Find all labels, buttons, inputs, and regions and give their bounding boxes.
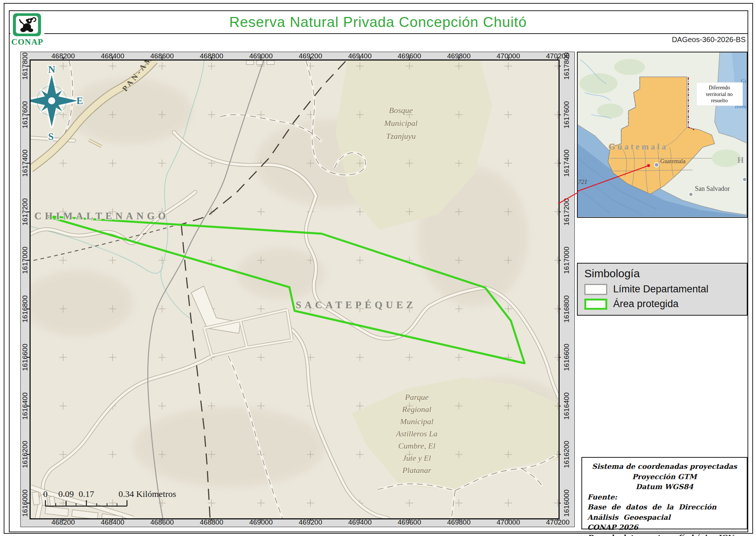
honduras-label-fragment: H o — [737, 155, 746, 165]
scale-034: 0.34 Kilómetros — [118, 489, 176, 499]
y-tick: 1616400 — [563, 392, 571, 420]
svg-text:Jute y El: Jute y El — [403, 453, 431, 463]
svg-text:territorial no: territorial no — [706, 91, 733, 97]
y-tick: 1617200 — [563, 198, 571, 226]
compass-n: N — [48, 64, 55, 75]
svg-text:Parque: Parque — [405, 392, 429, 402]
conap-logo-box — [13, 13, 41, 36]
y-tick: 1616200 — [563, 441, 571, 468]
page-title: Reserva Natural Privada Concepción Chuit… — [9, 14, 747, 30]
conap-logo: CONAP — [10, 12, 44, 46]
map-plot-area: CHIMALTENANGO SACATEPÉQUEZ PAN-AM Bosque… — [30, 59, 560, 519]
svg-text:Regional: Regional — [402, 405, 431, 414]
legend-item-limite: Límite Departamental — [584, 284, 747, 295]
main-map-frame: 468200 468400 468600 468800 469000 46920… — [20, 52, 575, 527]
y-tick: 1616800 — [563, 295, 571, 323]
city-label: Guatemala — [660, 158, 686, 164]
numeric-label: 721 — [578, 178, 587, 185]
credits-line: Base de datos cartografía básica IGN 201… — [587, 533, 742, 536]
credits-line: Proyección GTM — [587, 472, 742, 482]
map-document-page: Reserva Natural Privada Concepción Chuit… — [0, 0, 756, 536]
y-tick: 1617400 — [563, 150, 571, 177]
department-label: SACATEPÉQUEZ — [296, 299, 416, 310]
legend: Simbología Límite Departamental Área pro… — [577, 263, 748, 316]
svg-text:Bosque: Bosque — [389, 106, 413, 115]
monkey-icon — [16, 16, 38, 34]
svg-text:resuelto: resuelto — [711, 97, 728, 103]
svg-text:Cumbre, El: Cumbre, El — [398, 441, 436, 450]
credits-box: Sistema de coordenadas proyectadas Proye… — [581, 457, 748, 529]
credits-line: Sistema de coordenadas proyectadas — [587, 461, 742, 472]
locator-inset-map: Guatemala Guatemala San Salvador H o Gu … — [577, 52, 748, 218]
department-label: CHIMALTENANGO — [34, 210, 169, 221]
protected-area-swatch — [584, 299, 607, 310]
svg-text:Tzanjuyu: Tzanjuyu — [386, 131, 416, 141]
svg-text:Astilleros La: Astilleros La — [395, 429, 437, 438]
header-divider — [9, 33, 748, 34]
credits-line: Fuente: — [587, 492, 742, 502]
compass-s: S — [48, 131, 54, 142]
y-tick: 1616000 — [563, 489, 571, 517]
city2-label: San Salvador — [695, 185, 730, 192]
credits-line: Base de datos de la Dirección Análisis G… — [587, 502, 742, 522]
guatemala-city-dot — [654, 163, 659, 167]
territorial-note: Diferendo territorial no resuelto — [696, 82, 743, 106]
scale-009: 0.09 — [58, 489, 74, 499]
svg-text:Diferendo: Diferendo — [709, 85, 730, 90]
svg-text:Municipal: Municipal — [384, 118, 417, 128]
y-tick: 1616600 — [563, 344, 571, 371]
departmental-boundary-swatch — [584, 284, 607, 295]
scale-0: 0 — [43, 489, 48, 499]
svg-text:Municipal: Municipal — [400, 417, 433, 426]
legend-title: Simbología — [584, 267, 747, 280]
credits-line: CONAP 2026 — [587, 522, 742, 533]
san-salvador-dot — [689, 192, 693, 196]
map-canvas: CHIMALTENANGO SACATEPÉQUEZ PAN-AM Bosque… — [31, 61, 559, 518]
y-tick: 1617800 — [563, 52, 571, 80]
legend-item-area: Área protegida — [584, 298, 747, 310]
document-code: DAGeos-360-2026-BS — [672, 35, 746, 44]
country-label: Guatemala — [609, 142, 668, 151]
y-tick: 1617000 — [563, 247, 571, 274]
y-tick: 1617600 — [563, 101, 571, 128]
compass-e: E — [76, 95, 83, 106]
credits-line: Datum WGS84 — [587, 482, 742, 492]
scale-017: 0.17 — [79, 489, 94, 499]
conap-logo-text: CONAP — [10, 37, 44, 47]
svg-text:Platanar: Platanar — [402, 465, 432, 475]
